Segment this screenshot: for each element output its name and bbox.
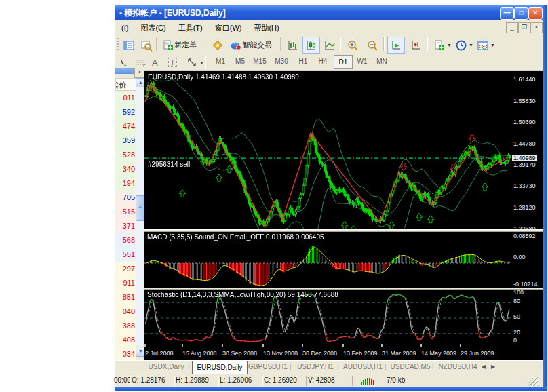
quote-row[interactable]: 528 (115, 148, 136, 163)
menu-item-3[interactable]: 窗口(W) (209, 20, 248, 35)
timeframe-M5[interactable]: M5 (231, 55, 249, 68)
new-order-button[interactable]: 新定单 (159, 37, 199, 54)
child-restore-button[interactable]: ❐ (518, 22, 530, 33)
menu-item-4[interactable]: 帮助(H) (248, 20, 285, 35)
new-order-label: 新定单 (174, 40, 197, 50)
status-separator (174, 376, 175, 386)
navigator-button[interactable] (138, 37, 155, 54)
text-label-button[interactable]: A (149, 55, 161, 70)
indicators-dropdown[interactable]: ▼ (431, 37, 454, 54)
price-axis-label: 1.28120 (513, 204, 536, 211)
tab-NZDUSDH4[interactable]: NZDUSD,H4 (436, 361, 480, 374)
child-close-button[interactable]: × (530, 22, 543, 33)
timeframe-D1[interactable]: D1 (334, 55, 353, 69)
zoom-in-button[interactable] (344, 37, 361, 54)
scrollbar-thumb[interactable] (136, 195, 144, 221)
stochastic-axis-label: 100 (513, 289, 524, 296)
menu-item-1[interactable]: 图表(C) (134, 20, 172, 35)
tabs-scroll-left-icon[interactable]: ◀ (482, 364, 486, 370)
macd-axis-label: 0.08592 (513, 233, 536, 239)
timeframe-H4[interactable]: H4 (314, 55, 332, 68)
market-watch-column-header[interactable]: 卖价 (115, 78, 136, 91)
quote-row[interactable]: 194 (115, 176, 136, 191)
timeframe-M15[interactable]: M15 (251, 55, 269, 68)
chart-shift-button[interactable] (407, 37, 425, 54)
tab-GBPUSDH1[interactable]: GBPUSD,H1 (246, 361, 290, 374)
quote-row[interactable]: 592 (115, 105, 136, 120)
stochastic-axis-label: 80 (513, 298, 520, 305)
timeframe-M1[interactable]: M1 (212, 55, 229, 68)
quote-row[interactable]: 851 (115, 290, 136, 305)
price-axis-label: 1.40989 (512, 155, 537, 161)
panel-splitter[interactable] (144, 229, 543, 232)
panel-splitter[interactable] (144, 288, 543, 290)
timeframe-MN[interactable]: MN (373, 55, 391, 68)
arrows-dropdown[interactable]: ▼ (183, 55, 207, 70)
chart-tab-bar: USDX,Daily|EURUSD,DailyGBPUSD,H1|USDJPY,… (115, 360, 543, 374)
quote-row[interactable]: 705 (115, 191, 136, 205)
market-watch-close-icon[interactable]: × (134, 68, 144, 78)
resize-grip[interactable] (529, 377, 538, 386)
tab-separator: | (432, 363, 434, 370)
candlestick-mode-button[interactable] (302, 37, 320, 54)
quote-row[interactable]: 011 (115, 91, 136, 106)
child-minimize-button[interactable]: _ (506, 22, 518, 33)
quote-row[interactable]: 515 (115, 205, 136, 220)
price-axis-label: 1.33730 (513, 182, 536, 189)
auto-scroll-button[interactable] (387, 37, 405, 54)
timeframe-H1[interactable]: H1 (294, 55, 312, 68)
quote-row[interactable]: 297 (115, 262, 136, 277)
macd-axis-label: -0.10214 (513, 281, 538, 288)
timeframe-W1[interactable]: W1 (353, 55, 371, 68)
price-axis-label: 1.22680 (513, 225, 536, 232)
title-bar[interactable]: - 模拟帐户 - [EURUSD,Daily] — □ ✕ (115, 5, 547, 20)
bar-chart-mode-button[interactable] (284, 37, 302, 54)
tab-USDCADM5[interactable]: USDCAD,M5 (389, 361, 432, 374)
status-segment-2: H: 1.29889 (176, 376, 218, 384)
quote-row[interactable]: 551 (115, 248, 136, 262)
quote-row[interactable]: 388 (115, 319, 136, 334)
line-chart-mode-button[interactable] (321, 37, 338, 54)
status-segment-3: L: 1.26906 (220, 376, 262, 384)
tab-separator: | (337, 363, 339, 370)
tab-AUDUSDH1[interactable]: AUDUSD,H1 (341, 361, 385, 374)
tab-USDXDaily[interactable]: USDX,Daily (144, 361, 188, 374)
scroll-up-button[interactable]: ▲ (136, 78, 144, 88)
tab-USDJPYH1[interactable]: USDJPY,H1 (294, 361, 337, 374)
expert-advisors-label: 智能交易 (242, 40, 272, 50)
metaeditor-button[interactable] (209, 37, 227, 54)
macd-axis-label: 0.00 (513, 254, 526, 260)
status-segment-0: 00:00 (114, 376, 130, 384)
templates-dropdown[interactable]: ▼ (474, 37, 498, 54)
connection-status-icon (361, 378, 374, 385)
menu-item-2[interactable]: 工具(T) (172, 20, 209, 35)
tabs-scroll-right-icon[interactable]: ▶ (491, 364, 495, 370)
zoom-out-button[interactable] (364, 37, 381, 54)
quote-row[interactable]: 340 (115, 162, 136, 177)
quote-row[interactable]: 474 (115, 119, 136, 134)
menu-bar: (I)图表(C)工具(T)窗口(W)帮助(H) _ ❐ × (115, 20, 543, 36)
quote-row[interactable]: 408 (115, 333, 136, 348)
date-axis-label: 30 Sep 2008 (222, 350, 257, 357)
scroll-down-button[interactable]: ▼ (136, 347, 144, 357)
timeframe-M30[interactable]: M30 (273, 55, 290, 68)
close-button[interactable]: ✕ (528, 7, 543, 20)
expert-advisors-button[interactable]: 智能交易 (227, 37, 275, 54)
status-separator (306, 376, 307, 386)
tab-EURUSDDaily[interactable]: EURUSD,Daily (192, 361, 248, 374)
order-line-label: #2956314 sell (148, 161, 190, 168)
quote-row[interactable]: 911 (115, 276, 136, 291)
svg-text:E: E (124, 63, 127, 67)
text-box-button[interactable]: T (165, 55, 180, 70)
quote-row[interactable]: 040 (115, 305, 136, 319)
quote-row[interactable]: 371 (115, 219, 136, 234)
maximize-button[interactable]: □ (514, 7, 528, 20)
market-watch-button[interactable] (120, 37, 138, 54)
quote-row[interactable]: 568 (115, 233, 136, 248)
menu-item-0[interactable]: (I) (115, 21, 134, 36)
quote-row[interactable]: 359 (115, 134, 136, 149)
price-chart-canvas[interactable] (144, 71, 511, 229)
price-axis-label: 1.55830 (513, 98, 536, 104)
minimize-button[interactable]: — (500, 7, 514, 20)
periods-dropdown[interactable]: ▼ (452, 37, 476, 54)
